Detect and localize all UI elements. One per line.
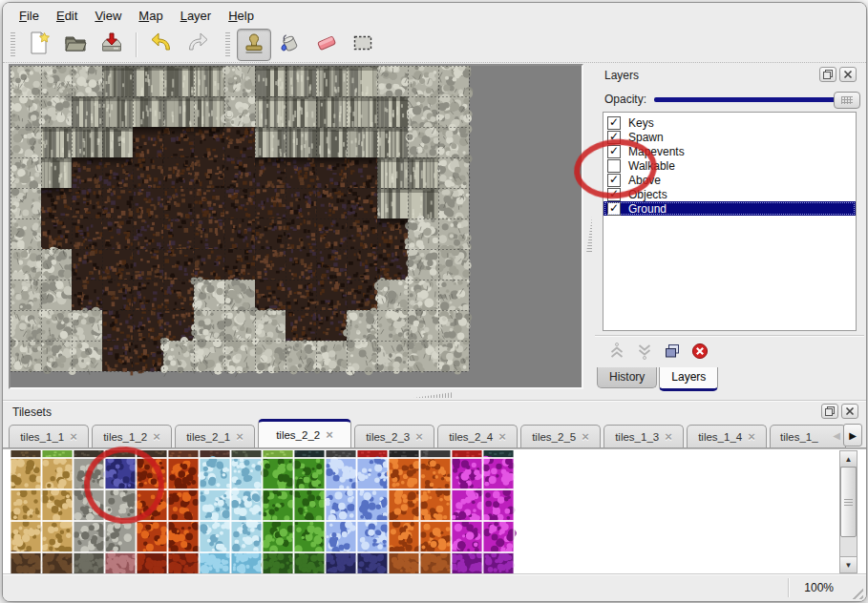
layers-dock: Layers Opacity: ✓Keys✓Spawn✓MapeventsWal… [595,64,864,393]
tileset-tab-tiles_1_4[interactable]: tiles_1_4× [687,425,767,447]
tileset-tab-tiles_2_1[interactable]: tiles_2_1× [175,425,255,447]
eraser-tool-button[interactable] [309,29,344,61]
tileset-tab-tiles_2_3[interactable]: tiles_2_3× [354,425,434,447]
open-folder-icon [63,31,88,59]
tileset-tab-label: tiles_2_3 [366,431,410,443]
zoom-level: 100% [804,581,834,594]
open-map-button[interactable] [58,29,93,61]
tileset-tab-tiles_2_4[interactable]: tiles_2_4× [437,425,518,447]
scroll-down-icon[interactable]: ▼ [840,556,857,572]
tileset-tab-tiles_2_2[interactable]: tiles_2_2× [258,419,351,447]
tab-scroll-buttons: ◀ ▶ [830,424,862,447]
menu-item-file[interactable]: File [11,6,48,25]
splitter-grip[interactable] [413,392,454,398]
tilesets-panel-header: Tilesets [3,401,866,424]
tileset-tab-tiles_1_1[interactable]: tiles_1_1× [9,425,89,447]
scroll-up-icon[interactable]: ▲ [840,451,857,468]
scrollbar-thumb[interactable] [840,467,857,537]
redo-button[interactable] [180,29,215,61]
float-panel-button[interactable] [819,67,836,82]
opacity-slider-track[interactable] [654,97,858,102]
rect-select-tool-button[interactable] [346,29,380,61]
tilesets-panel-title: Tilesets [3,405,52,419]
tileset-tab-tiles_2_5[interactable]: tiles_2_5× [520,425,601,447]
tileset-tab-label: tiles_1_ [780,431,818,443]
tab-close-icon[interactable]: × [153,432,160,442]
vertical-splitter[interactable] [583,64,595,389]
tab-close-icon[interactable]: × [326,430,333,440]
layer-visibility-checkbox[interactable]: ✓ [607,131,621,144]
close-panel-button[interactable] [841,404,858,419]
raise-layer-button[interactable] [606,341,627,362]
new-map-button[interactable] [22,29,56,61]
menu-item-layer[interactable]: Layer [172,6,221,25]
resize-grip[interactable] [849,585,863,599]
layer-row-walkable[interactable]: Walkable [603,158,856,173]
layer-row-mapevents[interactable]: ✓Mapevents [603,144,856,158]
layer-visibility-checkbox[interactable]: ✓ [607,202,621,216]
scroll-tabs-right-button[interactable]: ▶ [843,424,862,447]
eraser-icon [314,31,339,59]
toolbar-separator [136,32,138,57]
close-panel-button[interactable] [839,67,857,82]
layer-name: Above [628,174,661,187]
tileset-tab-label: tiles_1_4 [698,431,742,443]
redo-icon [185,31,210,59]
tileset-tab-tiles_1_3[interactable]: tiles_1_3× [603,425,684,447]
duplicate-layer-button[interactable] [662,341,683,362]
tileset-canvas[interactable] [11,450,517,573]
save-map-button[interactable] [95,29,129,61]
layer-row-above[interactable]: ✓Above [603,173,856,187]
tilesets-panel: Tilesets tiles_1_1×tiles_1_2×tiles_2_1×t… [3,400,866,574]
tab-close-icon[interactable]: × [70,432,77,442]
new-document-icon [27,31,52,59]
save-icon [99,31,124,59]
tab-close-icon[interactable]: × [665,432,672,442]
fill-tool-button[interactable] [273,29,307,61]
splitter-grip[interactable] [586,217,592,253]
menu-item-help[interactable]: Help [220,6,263,25]
dock-tab-bar: HistoryLayers [597,367,720,392]
layers-panel-header: Layers [595,64,864,87]
menu-item-edit[interactable]: Edit [48,6,86,25]
map-canvas[interactable] [11,66,582,387]
layer-name: Ground [628,202,667,216]
layer-row-spawn[interactable]: ✓Spawn [603,130,856,144]
scroll-tabs-left-icon[interactable]: ◀ [830,430,843,441]
dock-tab-layers[interactable]: Layers [659,367,718,391]
menu-item-view[interactable]: View [86,6,130,25]
undo-button[interactable] [144,29,179,61]
layer-row-ground[interactable]: ✓Ground [603,201,856,216]
float-panel-button[interactable] [821,404,838,419]
layer-row-objects[interactable]: ✓Objects [603,187,856,201]
layer-name: Walkable [628,159,675,173]
menu-item-map[interactable]: Map [130,6,171,25]
layer-visibility-checkbox[interactable]: ✓ [607,174,621,187]
stamp-tool-button[interactable] [237,29,271,61]
dock-tab-history[interactable]: History [597,367,657,388]
delete-layer-button[interactable] [689,341,710,362]
tileset-tab-tiles_1_2[interactable]: tiles_1_2× [92,425,172,447]
tab-close-icon[interactable]: × [498,432,506,442]
tab-close-icon[interactable]: × [236,432,243,442]
opacity-slider-handle[interactable] [834,92,860,109]
tileset-tab-label: tiles_2_5 [532,431,576,443]
layer-visibility-checkbox[interactable]: ✓ [607,116,621,130]
lower-layer-button[interactable] [634,341,655,362]
layer-visibility-checkbox[interactable] [607,159,621,173]
tileset-tab-label: tiles_2_4 [449,431,493,443]
tab-close-icon[interactable]: × [582,432,589,442]
main-toolbar [3,27,866,63]
tab-close-icon[interactable]: × [415,432,423,442]
tileset-tab-label: tiles_1_1 [20,431,64,443]
undo-icon [149,31,174,59]
toolbar-drag-handle[interactable] [11,32,15,57]
layer-visibility-checkbox[interactable]: ✓ [607,188,621,201]
status-bar: 100% [3,573,866,602]
layer-row-keys[interactable]: ✓Keys [603,115,856,130]
toolbar-drag-handle[interactable] [225,32,230,57]
layer-visibility-checkbox[interactable]: ✓ [607,145,621,158]
tileset-scrollbar[interactable]: ▲ ▼ [839,450,857,573]
opacity-slider[interactable] [654,91,860,108]
tab-close-icon[interactable]: × [748,432,755,442]
